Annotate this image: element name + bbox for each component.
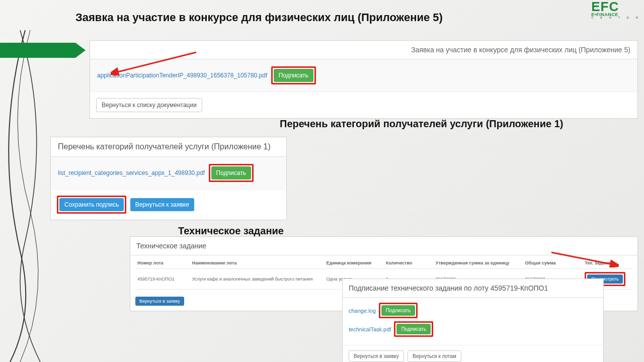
back-to-application-button[interactable]: Вернуться в заявку	[135, 297, 184, 306]
panel4-header: Подписание технического задания по лоту …	[343, 279, 603, 298]
back-to-docs-button[interactable]: Вернуться к списку документации	[96, 98, 202, 112]
panel-sign-techtask: Подписание технического задания по лоту …	[342, 279, 604, 362]
col-lot-name: Наименование лота	[190, 257, 325, 269]
file-link-changelog[interactable]: change.log	[349, 308, 376, 314]
file-link-technicaltask[interactable]: technicalTask.pdf	[349, 326, 391, 332]
col-qty: Количество	[384, 257, 434, 269]
col-lot-no: Номер лота	[135, 257, 190, 269]
cell-lot-name: Услуги кафе и аналогичных заведений быст…	[190, 269, 325, 290]
back-to-application-button[interactable]: Вернуться в заявку	[349, 350, 404, 362]
col-task: Тех. задание	[583, 257, 632, 269]
panel1-header: Заявка на участие в конкурсе для физичес…	[90, 41, 637, 59]
page-title: Заявка на участие в конкурсе для физичес…	[75, 11, 443, 24]
panel-recipient-categories: Перечень категорий получателей услуги (П…	[50, 137, 287, 220]
sign-button[interactable]: Подписать	[381, 305, 416, 316]
sign-button[interactable]: Подписать	[396, 324, 431, 334]
cell-lot-no: 4595719-КпОПО1	[135, 269, 190, 290]
logo-top: EFC	[591, 1, 641, 13]
panel2-header: Перечень категорий получателей услуги (П…	[51, 137, 286, 157]
back-to-application-button[interactable]: Вернуться к заявке	[130, 198, 194, 211]
back-to-lots-button[interactable]: Вернуться к лотам	[408, 350, 461, 362]
green-arrow-shape	[0, 43, 86, 58]
save-signature-button[interactable]: Сохранить подпись	[59, 198, 124, 211]
col-price: Утвержденная сумма за единицу	[434, 257, 523, 269]
sign-button[interactable]: Подписать	[274, 69, 313, 82]
efc-logo: EFC E•FINANCE C E N T E R	[591, 1, 641, 20]
panel3-header: Техническое задание	[130, 237, 637, 255]
col-unit: Единица измерения	[324, 257, 384, 269]
panel-application-appendix5: Заявка на участие в конкурсе для физичес…	[90, 40, 638, 119]
subtitle-appendix1: Перечень категорий получателей услуги (П…	[280, 118, 563, 130]
subtitle-techtask: Техническое задание	[178, 225, 284, 237]
col-total: Общая сумма	[523, 257, 583, 269]
logo-bot: C E N T E R	[591, 17, 641, 19]
sign-button[interactable]: Подписать	[211, 166, 251, 179]
file-link-application[interactable]: applicationParticipationTenderIP_498930_…	[97, 72, 267, 79]
file-link-categories[interactable]: list_recipient_categories_services_appx_…	[58, 169, 205, 176]
